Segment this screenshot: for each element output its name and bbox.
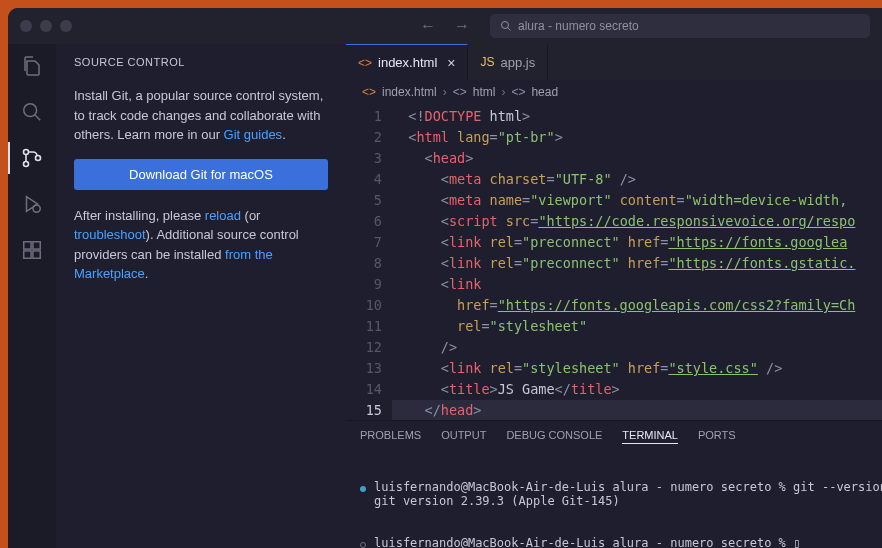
nav-forward-icon[interactable]: → <box>454 17 470 35</box>
terminal-bullet-icon <box>360 486 366 492</box>
svg-rect-12 <box>33 242 40 249</box>
git-guides-link[interactable]: Git guides <box>224 127 283 142</box>
svg-rect-11 <box>33 251 40 258</box>
tab-label: index.html <box>378 55 437 70</box>
bracket-icon: <> <box>453 85 467 99</box>
chevron-right-icon: › <box>501 85 505 99</box>
svg-point-5 <box>24 162 29 167</box>
bottom-panel: PROBLEMS OUTPUT DEBUG CONSOLE TERMINAL P… <box>346 420 882 548</box>
search-text: alura - numero secreto <box>518 19 639 33</box>
close-window[interactable] <box>20 20 32 32</box>
line-gutter: 123456789101112131415 <box>346 104 392 420</box>
search-panel-icon[interactable] <box>20 100 44 124</box>
breadcrumbs[interactable]: <> index.html › <> html › <> head <box>346 80 882 104</box>
tab-problems[interactable]: PROBLEMS <box>360 427 421 444</box>
intro-text: Install Git, a popular source control sy… <box>74 88 323 142</box>
sidebar-intro: Install Git, a popular source control sy… <box>74 86 328 145</box>
sidebar: SOURCE CONTROL Install Git, a popular so… <box>56 44 346 548</box>
file-type-icon: <> <box>358 56 372 70</box>
sidebar-after: After installing, please reload (or trou… <box>74 206 328 284</box>
bracket-icon: <> <box>511 85 525 99</box>
editor-group: <>index.html×JSapp.js <> index.html › <>… <box>346 44 882 548</box>
window-controls <box>20 20 80 32</box>
run-debug-icon[interactable] <box>20 192 44 216</box>
period: . <box>282 127 286 142</box>
svg-point-2 <box>24 104 37 117</box>
tab-debug-console[interactable]: DEBUG CONSOLE <box>506 427 602 444</box>
app-window: ← → alura - numero secreto <box>8 8 882 548</box>
tab-ports[interactable]: PORTS <box>698 427 736 444</box>
crumb-head[interactable]: head <box>531 85 558 99</box>
terminal-line: luisfernando@MacBook-Air-de-Luis alura -… <box>374 536 800 548</box>
minimize-window[interactable] <box>40 20 52 32</box>
panel-tabs: PROBLEMS OUTPUT DEBUG CONSOLE TERMINAL P… <box>346 421 882 448</box>
code-editor[interactable]: 123456789101112131415 <!DOCTYPE html> <h… <box>346 104 882 420</box>
crumb-html[interactable]: html <box>473 85 496 99</box>
tab-terminal[interactable]: TERMINAL <box>622 427 678 444</box>
reload-link[interactable]: reload <box>205 208 241 223</box>
explorer-icon[interactable] <box>20 54 44 78</box>
cursor-icon: ▯ <box>793 536 800 548</box>
activity-bar <box>8 44 56 548</box>
nav-back-icon[interactable]: ← <box>420 17 436 35</box>
svg-point-8 <box>33 205 40 212</box>
svg-point-4 <box>24 150 29 155</box>
tab-label: app.js <box>500 55 535 70</box>
tab-output[interactable]: OUTPUT <box>441 427 486 444</box>
svg-rect-9 <box>24 242 31 249</box>
terminal[interactable]: luisfernando@MacBook-Air-de-Luis alura -… <box>346 448 882 548</box>
file-type-icon: JS <box>480 55 494 69</box>
chevron-right-icon: › <box>443 85 447 99</box>
after-pre: After installing, please <box>74 208 205 223</box>
source-control-icon[interactable] <box>20 146 44 170</box>
close-tab-icon[interactable]: × <box>447 55 455 71</box>
editor-tab[interactable]: <>index.html× <box>346 44 468 80</box>
troubleshoot-link[interactable]: troubleshoot <box>74 227 146 242</box>
svg-rect-10 <box>24 251 31 258</box>
code-body[interactable]: <!DOCTYPE html> <html lang="pt-br"> <hea… <box>392 104 882 420</box>
terminal-bullet-icon <box>360 542 366 548</box>
crumb-file[interactable]: index.html <box>382 85 437 99</box>
file-icon: <> <box>362 85 376 99</box>
svg-line-1 <box>508 28 511 31</box>
search-icon <box>500 20 512 32</box>
titlebar: ← → alura - numero secreto <box>8 8 882 44</box>
svg-point-0 <box>502 22 509 29</box>
zoom-window[interactable] <box>60 20 72 32</box>
sidebar-title: SOURCE CONTROL <box>74 56 328 68</box>
download-git-button[interactable]: Download Git for macOS <box>74 159 328 190</box>
command-center[interactable]: alura - numero secreto <box>490 14 870 38</box>
editor-tab[interactable]: JSapp.js <box>468 44 548 80</box>
extensions-icon[interactable] <box>20 238 44 262</box>
svg-line-3 <box>35 115 41 121</box>
period2: . <box>145 266 149 281</box>
tab-bar: <>index.html×JSapp.js <box>346 44 882 80</box>
after-mid1: (or <box>241 208 261 223</box>
svg-point-6 <box>36 156 41 161</box>
terminal-line: luisfernando@MacBook-Air-de-Luis alura -… <box>374 480 882 508</box>
svg-marker-7 <box>27 197 38 212</box>
